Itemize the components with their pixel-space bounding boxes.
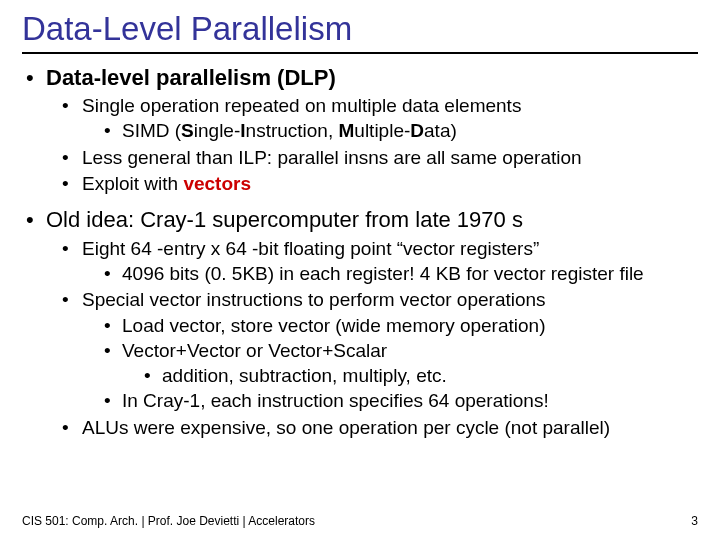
- bullet-alus-expensive: ALUs were expensive, so one operation pe…: [58, 416, 698, 440]
- footer-left: CIS 501: Comp. Arch. | Prof. Joe Deviett…: [22, 514, 315, 528]
- bullet-cray-64-ops: In Cray-1, each instruction specifies 64…: [100, 389, 698, 413]
- bullet-arith-ops: addition, subtraction, multiply, etc.: [140, 364, 698, 388]
- bullet-register-bits: 4096 bits (0. 5KB) in each register! 4 K…: [100, 262, 698, 286]
- vectors-highlight: vectors: [183, 173, 251, 194]
- footer: CIS 501: Comp. Arch. | Prof. Joe Deviett…: [22, 514, 698, 528]
- slide: Data-Level Parallelism Data-level parall…: [0, 0, 720, 540]
- bullet-vector-registers: Eight 64 -entry x 64 -bit floating point…: [58, 237, 698, 261]
- slide-title: Data-Level Parallelism: [22, 10, 698, 54]
- bullet-single-op: Single operation repeated on multiple da…: [58, 94, 698, 118]
- content-list: Data-level parallelism (DLP) Single oper…: [22, 64, 698, 440]
- bullet-old-idea: Old idea: Cray-1 supercomputer from late…: [22, 206, 698, 234]
- bullet-dlp: Data-level parallelism (DLP): [22, 64, 698, 92]
- bullet-special-instructions: Special vector instructions to perform v…: [58, 288, 698, 312]
- bullet-less-general: Less general than ILP: parallel insns ar…: [58, 146, 698, 170]
- bullet-exploit-vectors: Exploit with vectors: [58, 172, 698, 196]
- bullet-dlp-text: Data-level parallelism (DLP): [46, 65, 336, 90]
- bullet-vector-vector: Vector+Vector or Vector+Scalar: [100, 339, 698, 363]
- footer-page-number: 3: [691, 514, 698, 528]
- bullet-load-store: Load vector, store vector (wide memory o…: [100, 314, 698, 338]
- bullet-simd: SIMD (Single-Instruction, Multiple-Data): [100, 119, 698, 143]
